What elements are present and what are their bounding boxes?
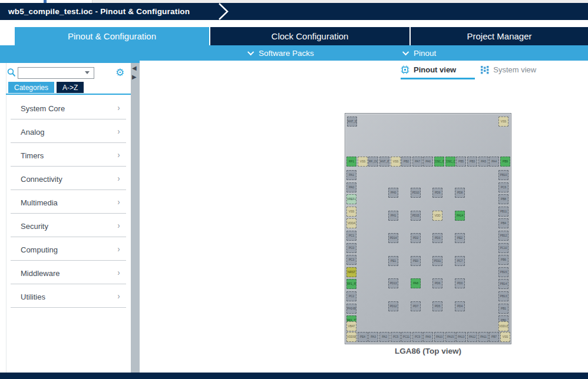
chip-pin-pd3[interactable]: PD3 [432, 233, 442, 243]
chip-pin-ph3-boot0[interactable]: PH3-BOOT0 [346, 304, 356, 314]
chip-pin-pb12[interactable]: PB12 [498, 231, 508, 241]
chip-pin-vddusb[interactable]: VDDUSB [498, 321, 508, 331]
chip-pin-ph0[interactable]: PH0 [388, 188, 398, 198]
chip-pin-pb14[interactable]: PB14 [498, 279, 508, 289]
chip-pin-pa12[interactable]: PA12 [467, 332, 477, 342]
chip-pin-pd6[interactable]: PD6 [432, 278, 442, 288]
chip-pin-vss[interactable]: VSS [391, 157, 401, 167]
chip-pin-pb6[interactable]: PB6 [498, 255, 508, 265]
pinout-view-button[interactable]: Pinout view [401, 65, 456, 74]
chip-pin-pd2[interactable]: PD2 [411, 233, 421, 243]
tab-a-to-z[interactable]: A->Z [57, 82, 84, 93]
chip-pin-pa0[interactable]: PA0 [346, 182, 356, 192]
pinout-dropdown[interactable]: Pinout [404, 45, 436, 61]
chip-pin-pb9[interactable]: PB9 [500, 157, 510, 167]
chip-pin-pd0[interactable]: PD0 [455, 278, 465, 288]
chip-pin-pd4[interactable]: PD4 [455, 301, 465, 311]
chip-pin-vbat[interactable]: VBAT [346, 321, 356, 331]
chip-pin-osc-in[interactable]: OSC_IN [434, 157, 444, 167]
chip-pin-ant-in[interactable]: ANT_IN [379, 157, 389, 167]
chip-pin-pb2[interactable]: PB2 [401, 157, 411, 167]
system-view-button[interactable]: System view [481, 65, 536, 74]
sidebar-item-multimedia[interactable]: Multimedia› [6, 191, 131, 215]
sidebar-item-system-core[interactable]: System Core› [6, 97, 131, 121]
chip-pin-pa7[interactable]: PA7 [412, 157, 422, 167]
chip-pin-pc1[interactable]: PC1 [346, 231, 356, 241]
chip-pin-vss[interactable]: VSS [498, 117, 508, 127]
chip-pin-pe2[interactable]: PE2 [455, 233, 465, 243]
chip-pin-pb15[interactable]: PB15 [498, 267, 508, 277]
chip-pin-pe0[interactable]: PE0 [411, 256, 421, 266]
tab-categories[interactable]: Categories [8, 82, 54, 93]
chip-pin-vss[interactable]: VSS [346, 207, 356, 217]
chip-pin-pa1[interactable]: PA1 [346, 170, 356, 180]
chip-pin-pa9[interactable]: PA9 [423, 332, 433, 342]
chip-pin-pb3[interactable]: PB3 [467, 157, 477, 167]
chip-pin-pa5[interactable]: PA5 [478, 157, 488, 167]
chip-pin-pb10[interactable]: PB10 [498, 170, 508, 180]
chip-pin-pd13[interactable]: PD13 [388, 278, 398, 288]
chip-pin-pa2[interactable]: PA2 [379, 332, 389, 342]
chip-pin-ant-se[interactable]: ANT_SE [347, 117, 357, 127]
sidebar-item-analog[interactable]: Analog› [6, 121, 131, 144]
chip-pin-pa13[interactable]: PA13 [456, 332, 466, 342]
chip-pin-ph1[interactable]: PH1 [388, 211, 398, 221]
chip-pin-pa10[interactable]: PA10 [434, 332, 444, 342]
search-input[interactable] [18, 67, 94, 79]
sidebar-item-security[interactable]: Security› [6, 215, 131, 238]
chip-pin-pd15[interactable]: PD15 [411, 211, 421, 221]
chip-pin-pb4[interactable]: PB4 [498, 218, 508, 228]
chip-pin-pe1[interactable]: PE1 [388, 256, 398, 266]
chip-pin-pa15[interactable]: PA15 [445, 332, 455, 342]
chip-pin-pd8[interactable]: PD8 [455, 188, 465, 198]
chip-pin-rf1[interactable]: RF1 [346, 157, 356, 167]
chip-pin-pc6[interactable]: PC6 [498, 182, 508, 192]
chip-pin-pd7[interactable]: PD7 [411, 301, 421, 311]
tab-pinout-configuration[interactable]: Pinout & Configuration [15, 27, 209, 45]
chip-pin-vdd[interactable]: VDD [432, 211, 442, 221]
chip-pin-vss[interactable]: VSS [358, 157, 368, 167]
chip-pin-pc7[interactable]: PC7 [455, 256, 465, 266]
chip-pin-pd14[interactable]: PD14 [388, 233, 398, 243]
chip-pin-rf-out[interactable]: RF_OUT [368, 157, 378, 167]
chip-pin-pa3[interactable]: PA3 [368, 332, 378, 342]
sidebar-item-middleware[interactable]: Middleware› [6, 262, 131, 285]
collapse-right-icon[interactable]: ▶ [132, 74, 137, 81]
panel-splitter[interactable]: ◀ ▶ [131, 63, 140, 373]
chip-pin-pd9[interactable]: PD9 [432, 188, 442, 198]
chip-pin-vddsm[interactable]: VDDSM [346, 332, 356, 342]
chip-pin-pd5[interactable]: PD5 [432, 301, 442, 311]
chip-pin-pa8[interactable]: PA8 [411, 278, 421, 288]
chip-pin-pd12[interactable]: PD12 [388, 301, 398, 311]
chip-pin-pc9[interactable]: PC9 [412, 332, 422, 342]
chip-pin-pb11[interactable]: PB11 [498, 207, 508, 217]
tab-clock-configuration[interactable]: Clock Configuration [210, 27, 409, 45]
chip-pin-vss[interactable]: VSS [500, 332, 510, 342]
collapse-left-icon[interactable]: ◀ [132, 65, 137, 72]
sidebar-item-computing[interactable]: Computing› [6, 238, 131, 262]
chip-pin-pb8[interactable]: PB8 [498, 194, 508, 204]
chip-pin-rf1-rx[interactable]: RF1_RX [346, 279, 356, 289]
chip-pin-vref+[interactable]: VREF+ [346, 194, 356, 204]
chip-pin-pb5[interactable]: PB5 [456, 157, 466, 167]
chip-pin-pb13[interactable]: PB13 [498, 291, 508, 301]
chip-pin-pc2[interactable]: PC2 [346, 291, 356, 301]
chip-pin-pc5[interactable]: PC5 [391, 332, 401, 342]
gear-icon[interactable]: ⚙ [115, 66, 124, 80]
chip-pin-pc11[interactable]: PC11 [401, 332, 411, 342]
chip-pin-nrst[interactable]: NRST [346, 267, 356, 277]
chip-pin-pe4[interactable]: PE4 [358, 332, 368, 342]
software-packs-dropdown[interactable]: Software Packs [249, 45, 314, 61]
chip-pin-pb7[interactable]: PB7 [489, 332, 499, 342]
chip-pin-pb1[interactable]: PB1 [498, 304, 508, 314]
chip-pin-pa6[interactable]: PA6 [423, 157, 433, 167]
sidebar-item-connectivity[interactable]: Connectivity› [6, 168, 131, 191]
chip-pin-pa4[interactable]: PA4 [489, 157, 499, 167]
chip-pin-pa11[interactable]: PA11 [478, 332, 488, 342]
tab-project-manager[interactable]: Project Manager [411, 27, 588, 45]
chip-pin-pd11[interactable]: PD11 [432, 256, 442, 266]
chip-pin-pa14[interactable]: PA14 [455, 211, 465, 221]
chip-pin-pc10[interactable]: PC10 [498, 243, 508, 253]
chip-pin-pc0[interactable]: PC0 [346, 243, 356, 253]
chip-pin-osc-out[interactable]: OSC_OUT [445, 157, 455, 167]
